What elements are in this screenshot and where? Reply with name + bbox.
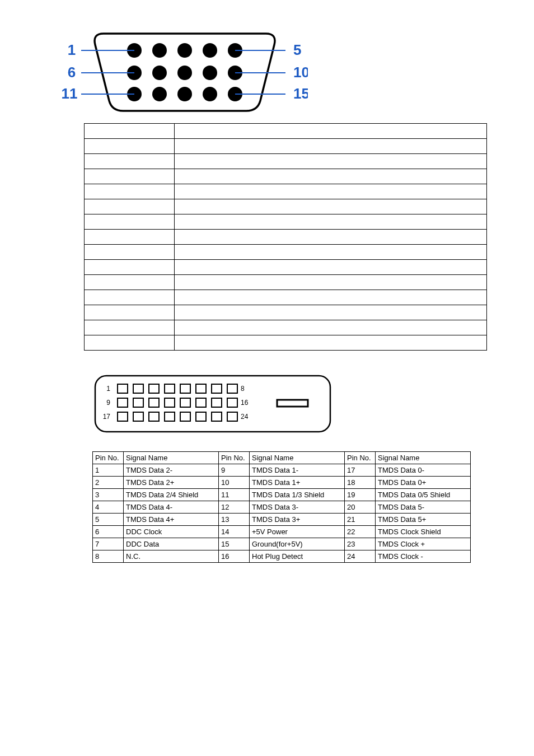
table-row [85,124,487,139]
table-row [85,154,487,169]
empty-pin-table [84,123,487,351]
table-row [85,169,487,184]
table-row [85,290,487,305]
svg-rect-28 [212,384,222,393]
table-row [85,214,487,230]
table-row [85,199,487,214]
table-row [85,260,487,275]
header-pin: Pin No. [93,452,124,464]
header-signal: Signal Name [124,452,219,464]
vga-pin-label-6: 6 [68,64,76,81]
svg-rect-42 [180,412,190,421]
header-pin: Pin No. [219,452,250,464]
vga-pin-label-10: 10 [293,64,308,81]
table-row: 3TMDS Data 2/4 Shield11TMDS Data 1/3 Shi… [93,489,471,501]
vga-pin-label-15: 15 [293,85,308,102]
svg-point-1 [152,43,167,58]
svg-rect-25 [165,384,175,393]
svg-rect-41 [165,412,175,421]
svg-rect-38 [118,412,128,421]
table-row [85,184,487,199]
header-pin: Pin No. [345,452,376,464]
svg-rect-39 [133,412,143,421]
header-signal: Signal Name [250,452,345,464]
svg-rect-24 [149,384,159,393]
table-row [85,245,487,260]
vga-pin-label-5: 5 [293,41,301,58]
table-row: 8N.C.16Hot Plug Detect24TMDS Clock - [93,550,471,563]
svg-rect-44 [212,412,222,421]
table-header-row: Pin No. Signal Name Pin No. Signal Name … [93,452,471,464]
dvi-pin-label-17: 17 [103,413,111,421]
table-row: 1TMDS Data 2-9TMDS Data 1-17TMDS Data 0- [93,464,471,477]
table-row [85,305,487,320]
svg-rect-40 [149,412,159,421]
svg-rect-23 [133,384,143,393]
svg-point-2 [177,43,192,58]
svg-point-13 [203,87,217,101]
svg-rect-36 [212,398,222,407]
dvi-pin-label-9: 9 [106,399,110,407]
table-row: 7DDC Data15Ground(for+5V)23TMDS Clock + [93,538,471,550]
table-row [85,335,487,351]
vga-pin-label-11: 11 [62,85,77,102]
dvi-pin-table: Pin No. Signal Name Pin No. Signal Name … [92,451,471,563]
dvi-pin-label-16: 16 [241,399,249,407]
dvi-pin-label-24: 24 [241,413,249,421]
header-signal: Signal Name [376,452,471,464]
svg-point-12 [177,87,192,101]
table-row [85,275,487,290]
dvi-connector-diagram: 1 9 17 8 16 24 [92,373,333,435]
svg-point-3 [203,43,217,58]
table-row: 4TMDS Data 4-12TMDS Data 3-20TMDS Data 5… [93,501,471,514]
table-row [85,230,487,245]
svg-rect-29 [227,384,237,393]
svg-rect-34 [180,398,190,407]
vga-pin-label-1: 1 [68,41,76,58]
svg-rect-45 [227,412,237,421]
svg-rect-43 [196,412,206,421]
table-row: 5TMDS Data 4+13TMDS Data 3+21TMDS Data 5… [93,514,471,526]
svg-rect-35 [196,398,206,407]
table-row [85,320,487,335]
svg-point-8 [203,66,217,80]
vga-connector-diagram: 1 6 11 5 10 15 [62,22,308,118]
svg-rect-22 [118,384,128,393]
table-row: 6DDC Clock14+5V Power22TMDS Clock Shield [93,526,471,538]
table-row: 2TMDS Data 2+10TMDS Data 1+18TMDS Data 0… [93,477,471,489]
dvi-pin-label-1: 1 [106,385,110,393]
svg-point-6 [152,66,167,80]
svg-rect-26 [180,384,190,393]
svg-rect-33 [165,398,175,407]
table-row [85,139,487,154]
svg-rect-37 [227,398,237,407]
svg-rect-46 [277,400,308,407]
svg-rect-32 [149,398,159,407]
svg-rect-27 [196,384,206,393]
svg-rect-31 [133,398,143,407]
svg-point-11 [152,87,167,101]
svg-rect-30 [118,398,128,407]
dvi-pin-label-8: 8 [241,385,245,393]
svg-point-7 [177,66,192,80]
